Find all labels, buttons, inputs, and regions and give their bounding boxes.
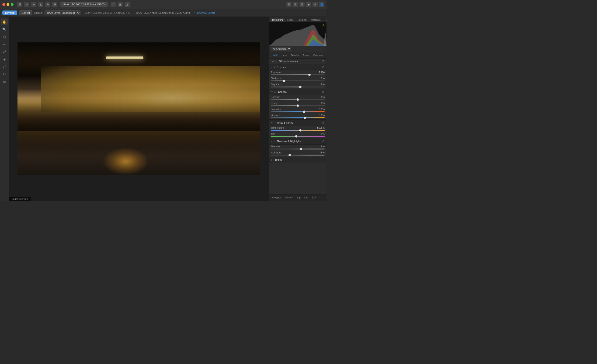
exposure-track[interactable] bbox=[271, 74, 325, 75]
nav-history[interactable]: History bbox=[283, 195, 295, 200]
output-select[interactable]: RAW Layer (Embedded) bbox=[45, 10, 80, 15]
sh-reset-icon[interactable]: ↺ bbox=[322, 139, 325, 143]
hand-tool[interactable]: ✋ bbox=[1, 19, 8, 25]
tab-overlays[interactable]: Overlays bbox=[311, 52, 325, 58]
titlebar-right: ⊟ ⊡ ⊞ ◈ ⊕ 👤 bbox=[286, 2, 324, 7]
minimize-button[interactable] bbox=[7, 3, 9, 6]
tint-value: -2 % bbox=[316, 133, 325, 135]
layers-icon[interactable]: ≋ bbox=[24, 2, 29, 7]
tab-lens[interactable]: Lens bbox=[280, 52, 289, 58]
heal-tool[interactable]: ◈ bbox=[1, 56, 8, 63]
nav-snp[interactable]: Snp bbox=[295, 195, 302, 200]
traffic-lights bbox=[2, 3, 14, 6]
wb-chevron-icon: ▼ bbox=[271, 121, 273, 124]
fullscreen-button[interactable] bbox=[11, 3, 14, 6]
exposure-thumb[interactable] bbox=[308, 74, 311, 76]
lens-icon[interactable]: ◎ bbox=[125, 2, 130, 7]
window-icon3[interactable]: ⊞ bbox=[299, 2, 305, 7]
transform-tool[interactable]: ⊞ bbox=[1, 78, 8, 85]
vibrance-track[interactable] bbox=[271, 117, 325, 118]
profiles-section-header[interactable]: ▶ Profiles bbox=[269, 157, 327, 163]
sh-chevron-icon: ▼ bbox=[271, 140, 273, 143]
tab-tones[interactable]: Tones bbox=[301, 52, 311, 58]
window-icon2[interactable]: ⊡ bbox=[293, 2, 298, 7]
highlights-thumb[interactable] bbox=[289, 154, 291, 156]
tab-histogram[interactable]: Histogram bbox=[270, 18, 285, 22]
tint-track[interactable] bbox=[271, 136, 325, 137]
window-icon1[interactable]: ⊟ bbox=[286, 2, 291, 7]
panel-menu-icon[interactable]: ≡ bbox=[325, 52, 327, 58]
nav-info[interactable]: Info bbox=[302, 195, 310, 200]
shadows-track[interactable] bbox=[271, 149, 325, 150]
brightness-thumb[interactable] bbox=[299, 86, 302, 88]
develop-button[interactable]: Develop bbox=[2, 10, 17, 15]
toolbar: Develop Cancel Output: RAW Layer (Embedd… bbox=[0, 9, 327, 17]
brightness-track[interactable] bbox=[271, 87, 325, 87]
tab-metadata[interactable]: Metadata bbox=[309, 18, 322, 22]
temperature-track[interactable] bbox=[271, 130, 325, 131]
channels-bar: All Channels bbox=[269, 46, 327, 52]
saturation-thumb[interactable] bbox=[303, 111, 305, 113]
nav-navigator[interactable]: Navigator bbox=[270, 195, 283, 200]
raw-label: RAW bbox=[62, 3, 70, 6]
close-button[interactable] bbox=[2, 3, 5, 6]
show-layers-link[interactable]: Show All Layers bbox=[197, 11, 215, 14]
exposure-reset-icon[interactable]: ↺ bbox=[322, 65, 325, 69]
highlights-track[interactable] bbox=[271, 155, 325, 156]
nav-32p[interactable]: 32P bbox=[310, 195, 318, 200]
tab-details[interactable]: Details bbox=[289, 52, 301, 58]
clone-tool[interactable]: 🖊 bbox=[1, 63, 8, 70]
select-tool[interactable]: ⬡ bbox=[1, 34, 8, 40]
saturation-track[interactable] bbox=[271, 111, 325, 112]
enhance-reset-icon[interactable]: ↺ bbox=[322, 90, 325, 94]
tab-scope[interactable]: Scope bbox=[285, 18, 295, 22]
preset-dropdown-icon[interactable]: ▼ bbox=[322, 59, 325, 63]
canvas-area[interactable]: Drag to pan view. bbox=[9, 17, 269, 201]
tab-basic[interactable]: Basic bbox=[270, 52, 280, 58]
wb-check-icon: ✓ bbox=[274, 121, 276, 124]
tab-location[interactable]: Location bbox=[296, 18, 308, 22]
histogram-svg bbox=[269, 22, 327, 46]
clarity-track[interactable] bbox=[271, 105, 325, 106]
tab-focus[interactable]: Focus bbox=[323, 18, 327, 22]
white-balance-section-header[interactable]: ▼ ✓ White Balance ↺ bbox=[269, 119, 327, 126]
shadows-thumb[interactable] bbox=[300, 148, 302, 150]
highlights-slider-row: Highlights -38 % bbox=[269, 151, 327, 157]
vibrance-thumb[interactable] bbox=[304, 117, 306, 119]
histogram-display: ⚠ bbox=[269, 22, 327, 46]
develop-icon[interactable]: ◈ bbox=[31, 2, 36, 7]
wb-reset-icon[interactable]: ↺ bbox=[322, 121, 325, 125]
exposure-section-header[interactable]: ▼ ✓ Exposure ↺ bbox=[269, 64, 327, 71]
adjustments-panel: ▼ ✓ Exposure ↺ Exposure 2.166 Black bbox=[269, 64, 327, 194]
temperature-thumb[interactable] bbox=[299, 129, 302, 132]
window-icon4[interactable]: ◈ bbox=[306, 2, 311, 7]
clarity-thumb[interactable] bbox=[297, 104, 299, 107]
export-icon[interactable]: ⊞ bbox=[52, 2, 57, 7]
tint-slider-row: Tint -2 % bbox=[269, 132, 327, 138]
contrast-track[interactable] bbox=[271, 99, 325, 100]
sh-title: Shadows & Highlights bbox=[277, 140, 322, 143]
colors-icon[interactable]: ◎ bbox=[38, 2, 43, 7]
blackpoint-track[interactable] bbox=[271, 80, 325, 81]
tint-thumb[interactable] bbox=[295, 135, 297, 138]
scope-icon[interactable]: ◉ bbox=[118, 2, 123, 7]
zoom-tool[interactable]: 🔍 bbox=[1, 26, 8, 33]
temperature-value: 5596 K bbox=[316, 127, 325, 129]
paint-tool[interactable]: 🖌 bbox=[1, 48, 8, 55]
enhance-section-header[interactable]: ▼ ✓ Enhance ↺ bbox=[269, 89, 327, 95]
adjust-icon[interactable]: ⊕ bbox=[45, 2, 50, 7]
clarity-fill bbox=[271, 105, 298, 106]
shadows-highlights-section-header[interactable]: ▼ ✓ Shadows & Highlights ↺ bbox=[269, 138, 327, 145]
view-icon[interactable]: ⊙ bbox=[110, 2, 116, 7]
brush-tool[interactable]: ✏ bbox=[1, 41, 8, 47]
titlebar: ⊞ ≋ ◈ ◎ ⊕ ⊞ RAW ISO 200 f/2.4 35.0mm 1/1… bbox=[0, 0, 327, 9]
contrast-thumb[interactable] bbox=[297, 98, 299, 101]
crop-tool[interactable]: ✂ bbox=[1, 71, 8, 77]
temperature-slider-row: Temperature 5596 K bbox=[269, 126, 327, 132]
blackpoint-thumb[interactable] bbox=[283, 80, 285, 82]
highlights-value: -38 % bbox=[316, 151, 325, 154]
cancel-button[interactable]: Cancel bbox=[19, 10, 32, 16]
window-icon5[interactable]: ⊕ bbox=[313, 2, 318, 7]
channels-select[interactable]: All Channels bbox=[271, 47, 291, 51]
user-icon[interactable]: 👤 bbox=[319, 2, 324, 7]
